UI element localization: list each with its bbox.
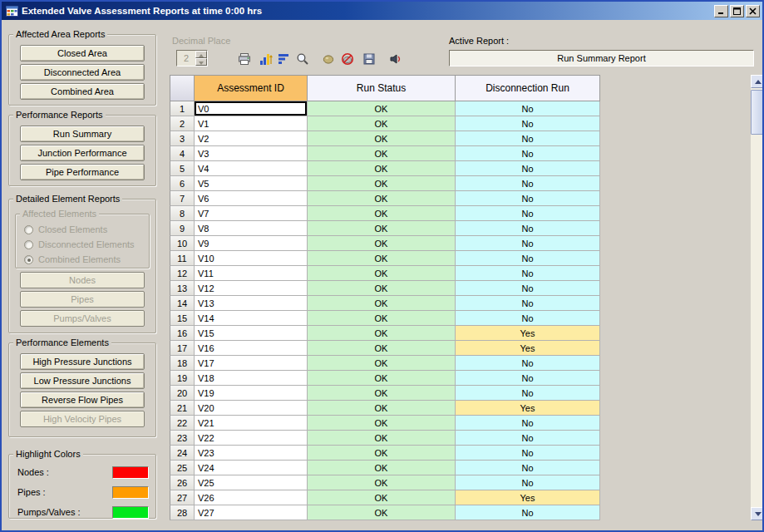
save-button[interactable] — [360, 51, 378, 68]
run-status-cell[interactable]: OK — [308, 116, 456, 131]
disconnection-run-cell[interactable]: No — [456, 431, 600, 446]
assessment-id-cell[interactable]: V0 — [195, 101, 308, 116]
run-status-cell[interactable]: OK — [308, 311, 456, 326]
disconnection-run-cell[interactable]: Yes — [456, 490, 600, 505]
run-status-cell[interactable]: OK — [308, 101, 456, 116]
disconnection-run-cell[interactable]: No — [456, 131, 600, 146]
run-status-cell[interactable]: OK — [308, 296, 456, 311]
disconnection-run-cell[interactable]: No — [456, 356, 600, 371]
run-status-cell[interactable]: OK — [308, 146, 456, 161]
run-status-cell[interactable]: OK — [308, 131, 456, 146]
disconnection-run-cell[interactable]: No — [456, 116, 600, 131]
disconnection-run-cell[interactable]: Yes — [456, 341, 600, 356]
assessment-id-cell[interactable]: V1 — [195, 116, 308, 131]
assessment-id-cell[interactable]: V13 — [195, 296, 308, 311]
disconnection-run-cell[interactable]: No — [456, 161, 600, 176]
row-number-cell[interactable]: 2 — [170, 116, 195, 131]
row-number-cell[interactable]: 23 — [170, 431, 195, 446]
disconnection-run-cell[interactable]: No — [456, 251, 600, 266]
disconnection-run-cell[interactable]: No — [456, 505, 600, 520]
maximize-button[interactable] — [730, 5, 744, 17]
disconnection-run-cell[interactable]: No — [456, 311, 600, 326]
row-number-cell[interactable]: 28 — [170, 505, 195, 520]
column-header-run-status[interactable]: Run Status — [308, 75, 456, 101]
run-status-cell[interactable]: OK — [308, 490, 456, 505]
assessment-id-cell[interactable]: V26 — [195, 490, 308, 505]
run-status-cell[interactable]: OK — [308, 416, 456, 431]
run-status-cell[interactable]: OK — [308, 475, 456, 490]
assessment-id-cell[interactable]: V14 — [195, 311, 308, 326]
run-status-cell[interactable]: OK — [308, 236, 456, 251]
high-pressure-junctions-button[interactable]: High Pressure Junctions — [20, 353, 145, 370]
highlight-button[interactable] — [319, 51, 338, 68]
minimize-button[interactable] — [714, 5, 728, 17]
row-number-cell[interactable]: 26 — [170, 475, 195, 490]
run-status-cell[interactable]: OK — [308, 251, 456, 266]
disconnection-run-cell[interactable]: No — [456, 281, 600, 296]
row-number-cell[interactable]: 3 — [170, 131, 195, 146]
column-header-assessment-id[interactable]: Assessment ID — [195, 75, 308, 101]
assessment-id-cell[interactable]: V27 — [195, 505, 308, 520]
low-pressure-junctions-button[interactable]: Low Pressure Junctions — [20, 372, 145, 389]
run-status-cell[interactable]: OK — [308, 386, 456, 401]
sort-descending-button[interactable] — [275, 51, 293, 68]
assessment-id-cell[interactable]: V22 — [195, 431, 308, 446]
run-status-cell[interactable]: OK — [308, 431, 456, 446]
assessment-id-cell[interactable]: V15 — [195, 326, 308, 341]
row-number-cell[interactable]: 7 — [170, 191, 195, 206]
assessment-id-cell[interactable]: V5 — [195, 176, 308, 191]
assessment-id-cell[interactable]: V7 — [195, 206, 308, 221]
row-number-cell[interactable]: 8 — [170, 206, 195, 221]
assessment-id-cell[interactable]: V3 — [195, 146, 308, 161]
row-number-cell[interactable]: 9 — [170, 221, 195, 236]
row-number-cell[interactable]: 15 — [170, 311, 195, 326]
run-status-cell[interactable]: OK — [308, 446, 456, 461]
disconnection-run-cell[interactable]: Yes — [456, 401, 600, 416]
row-number-cell[interactable]: 22 — [170, 416, 195, 431]
assessment-id-cell[interactable]: V19 — [195, 386, 308, 401]
assessment-id-cell[interactable]: V12 — [195, 281, 308, 296]
run-status-cell[interactable]: OK — [308, 371, 456, 386]
assessment-id-cell[interactable]: V10 — [195, 251, 308, 266]
run-status-cell[interactable]: OK — [308, 206, 456, 221]
disconnection-run-cell[interactable]: No — [456, 221, 600, 236]
disconnected-area-button[interactable]: Disconnected Area — [20, 64, 145, 81]
sound-button[interactable] — [387, 51, 405, 68]
scroll-down-button[interactable] — [751, 507, 764, 520]
assessment-id-cell[interactable]: V9 — [195, 236, 308, 251]
run-status-cell[interactable]: OK — [308, 356, 456, 371]
assessment-id-cell[interactable]: V24 — [195, 461, 308, 475]
row-number-cell[interactable]: 11 — [170, 251, 195, 266]
run-status-cell[interactable]: OK — [308, 401, 456, 416]
disconnection-run-cell[interactable]: No — [456, 176, 600, 191]
row-number-cell[interactable]: 21 — [170, 401, 195, 416]
assessment-id-cell[interactable]: V20 — [195, 401, 308, 416]
assessment-id-cell[interactable]: V11 — [195, 266, 308, 281]
disconnection-run-cell[interactable]: No — [456, 206, 600, 221]
row-number-cell[interactable]: 17 — [170, 341, 195, 356]
zoom-button[interactable] — [293, 51, 312, 68]
assessment-id-cell[interactable]: V8 — [195, 221, 308, 236]
row-number-cell[interactable]: 25 — [170, 461, 195, 475]
disconnection-run-cell[interactable]: No — [456, 371, 600, 386]
row-number-cell[interactable]: 14 — [170, 296, 195, 311]
disconnection-run-cell[interactable]: No — [456, 146, 600, 161]
sort-ascending-button[interactable] — [257, 51, 275, 68]
disconnection-run-cell[interactable]: No — [456, 475, 600, 490]
assessment-id-cell[interactable]: V16 — [195, 341, 308, 356]
scrollbar-thumb[interactable] — [751, 90, 764, 135]
titlebar[interactable]: Extended Valve Assessment Reports at tim… — [2, 2, 762, 20]
disconnection-run-cell[interactable]: No — [456, 296, 600, 311]
close-button[interactable] — [746, 5, 760, 17]
row-number-cell[interactable]: 13 — [170, 281, 195, 296]
row-number-cell[interactable]: 10 — [170, 236, 195, 251]
assessment-id-cell[interactable]: V18 — [195, 371, 308, 386]
disconnection-run-cell[interactable]: No — [456, 461, 600, 475]
assessment-id-cell[interactable]: V2 — [195, 131, 308, 146]
disconnection-run-cell[interactable]: No — [456, 101, 600, 116]
row-number-cell[interactable]: 16 — [170, 326, 195, 341]
row-number-cell[interactable]: 12 — [170, 266, 195, 281]
junction-performance-button[interactable]: Junction Performance — [20, 145, 145, 161]
row-number-cell[interactable]: 27 — [170, 490, 195, 505]
disconnection-run-cell[interactable]: No — [456, 446, 600, 461]
